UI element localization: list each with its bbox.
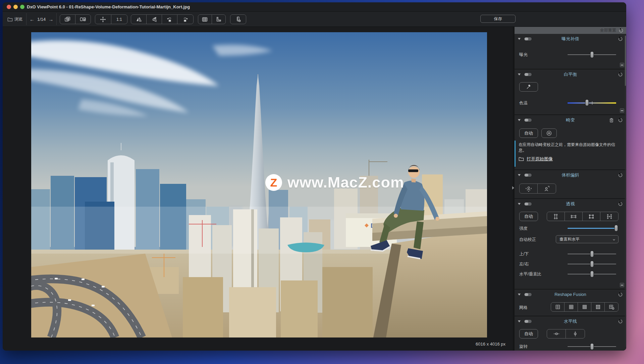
eyedropper-icon xyxy=(526,84,531,90)
image-position-label: 1/14 xyxy=(37,17,46,22)
grid-2x2-button[interactable] xyxy=(551,303,565,311)
next-image-button[interactable]: → xyxy=(48,16,53,22)
collapse-advanced-button[interactable] xyxy=(620,283,624,287)
white-balance-picker-button[interactable] xyxy=(519,82,538,92)
vertical-lines-icon xyxy=(553,214,559,219)
image-navigator: ← 1/14 → xyxy=(30,15,53,24)
open-original-label: 打开原始图像 xyxy=(527,156,553,162)
hv-ratio-slider[interactable] xyxy=(568,274,616,274)
panel-title: 曝光补偿 xyxy=(515,34,626,44)
temperature-slider-label: 色温 xyxy=(519,100,528,106)
corrections-sidebar: 全部重置 曝光补偿 曝光 白平衡 xyxy=(515,27,626,351)
ruler-settings-button[interactable] xyxy=(230,15,246,24)
macz-logo: Z xyxy=(265,174,282,191)
zoom-window-button[interactable] xyxy=(20,5,24,9)
temperature-slider[interactable] xyxy=(568,102,616,104)
browse-label: 浏览 xyxy=(14,16,22,22)
window-title: DxO ViewPoint 6.0 - 01-ReShape-Volume-De… xyxy=(27,2,190,12)
folder-icon xyxy=(7,17,13,22)
hv-ratio-slider-label: 水平/垂直比 xyxy=(519,271,541,277)
reset-icon[interactable] xyxy=(618,172,623,178)
grid-4x4-icon xyxy=(582,304,587,310)
lens-profile-button[interactable] xyxy=(541,128,557,138)
split-view-button[interactable] xyxy=(75,15,91,24)
grid-2x2-icon xyxy=(555,304,560,310)
perspective-tools-group xyxy=(547,212,619,221)
flip-vertical-button[interactable] xyxy=(147,15,162,24)
rotate-right-button[interactable] xyxy=(177,15,193,24)
panel-title: 透视 xyxy=(515,199,626,209)
rotate-right-icon xyxy=(182,17,188,22)
grid-3x3-button[interactable] xyxy=(565,303,578,311)
rotate-slider-label: 旋转 xyxy=(519,344,528,350)
volume-diagonal-button[interactable] xyxy=(538,184,556,193)
updown-slider[interactable] xyxy=(568,254,616,254)
updown-slider-label: 上/下 xyxy=(519,251,529,257)
chevron-down-icon xyxy=(612,238,616,242)
panel-title: 白平衡 xyxy=(515,69,626,80)
volume-spherical-button[interactable] xyxy=(520,184,538,193)
reset-icon[interactable] xyxy=(618,292,623,297)
grid-label: 网格 xyxy=(519,305,528,311)
reset-icon[interactable] xyxy=(618,201,623,207)
square-ruler-button[interactable] xyxy=(212,15,226,24)
compare-before-after-button[interactable] xyxy=(60,15,75,24)
browse-button[interactable]: 浏览 xyxy=(7,15,22,24)
force-8-points-button[interactable] xyxy=(600,212,618,221)
reset-icon[interactable] xyxy=(618,36,623,42)
strength-slider[interactable] xyxy=(568,228,616,229)
level-horizontal-button[interactable] xyxy=(547,329,566,338)
split-view-icon xyxy=(80,17,86,22)
flip-vertical-icon xyxy=(152,16,157,22)
force-vertical-button[interactable] xyxy=(547,212,565,221)
title-bar: DxO ViewPoint 6.0 - 01-ReShape-Volume-De… xyxy=(3,2,626,12)
folder-icon xyxy=(519,156,524,162)
sidebar-scrollbar-thumb[interactable] xyxy=(625,36,626,86)
level-vertical-icon xyxy=(573,331,578,337)
grid-overlay-button[interactable] xyxy=(198,15,212,24)
info-accent-bar xyxy=(515,141,516,167)
measure-group xyxy=(230,14,246,24)
collapse-advanced-button[interactable] xyxy=(620,63,624,67)
rotate-slider[interactable] xyxy=(568,346,616,347)
collapse-advanced-button[interactable] xyxy=(620,108,624,113)
rotate-left-button[interactable] xyxy=(162,15,177,24)
reset-all-label: 全部重置 xyxy=(600,28,616,33)
reset-icon[interactable] xyxy=(618,117,623,123)
trash-icon[interactable] xyxy=(609,117,614,123)
level-vertical-button[interactable] xyxy=(566,329,585,338)
flip-horizontal-button[interactable] xyxy=(131,15,147,24)
grid-settings-button[interactable] xyxy=(605,303,618,311)
exposure-slider[interactable] xyxy=(568,54,616,55)
prev-image-button[interactable]: ← xyxy=(30,16,35,22)
auto-correct-dropdown[interactable]: 垂直和水平 xyxy=(556,235,619,243)
sidebar-collapse-handle[interactable] xyxy=(512,186,514,190)
watermark-text: www.MacZ.com xyxy=(287,174,404,191)
save-button[interactable]: 保存 xyxy=(480,15,516,23)
force-rectangle-button[interactable] xyxy=(583,212,600,221)
reset-icon[interactable] xyxy=(618,319,623,324)
open-original-link[interactable]: 打开原始图像 xyxy=(519,156,553,162)
watermark: Z www.MacZ.com xyxy=(265,174,404,191)
distortion-auto-button[interactable]: 自动 xyxy=(519,128,538,138)
force-horizontal-button[interactable] xyxy=(565,212,583,221)
carpenter-square-icon xyxy=(216,17,221,22)
perspective-auto-button[interactable]: 自动 xyxy=(519,212,538,221)
grid-4x4-button[interactable] xyxy=(578,303,591,311)
grid-density-group xyxy=(551,302,619,312)
level-horizontal-icon xyxy=(553,331,560,336)
person-diagonal-icon xyxy=(543,186,550,192)
horizontal-lines-icon xyxy=(571,214,577,219)
leftright-slider[interactable] xyxy=(568,264,616,264)
minimize-button[interactable] xyxy=(13,5,18,9)
image-dimensions-label: 6016 x 4016 px xyxy=(476,342,505,347)
reset-icon[interactable] xyxy=(618,72,623,77)
horizon-auto-button[interactable]: 自动 xyxy=(519,329,538,339)
close-button[interactable] xyxy=(7,5,11,9)
eight-points-icon xyxy=(606,214,612,219)
panel-title: Reshape Fusion xyxy=(515,290,626,300)
grid-dense-button[interactable] xyxy=(591,303,605,311)
pan-tool-button[interactable] xyxy=(95,15,111,24)
zoom-1-1-button[interactable]: 1:1 xyxy=(111,15,127,24)
reset-all-bar[interactable]: 全部重置 xyxy=(515,27,626,34)
